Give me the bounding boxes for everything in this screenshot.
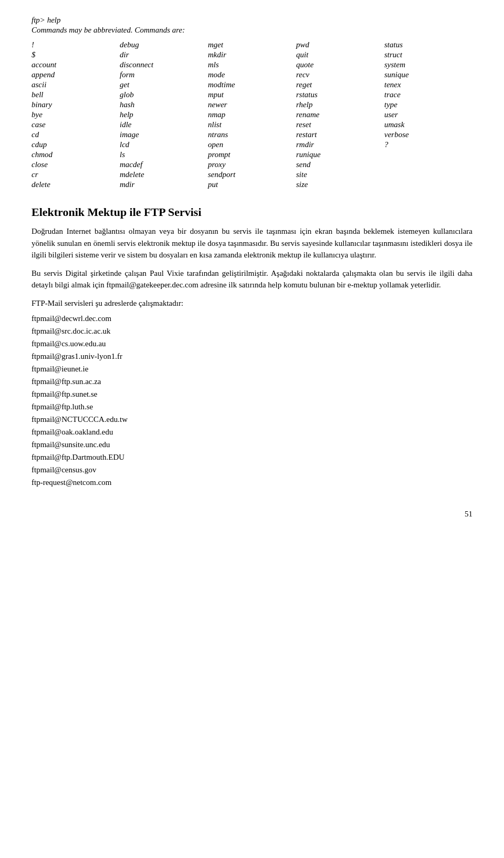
command-cell: struct — [384, 50, 472, 60]
command-cell: send — [296, 160, 384, 170]
command-cell: ? — [384, 140, 472, 150]
command-cell — [384, 160, 472, 170]
page-number: 51 — [32, 510, 472, 519]
command-cell: runique — [296, 150, 384, 160]
command-cell: case — [32, 120, 120, 130]
command-cell: recv — [296, 70, 384, 80]
command-cell: umask — [384, 120, 472, 130]
command-cell: status — [384, 40, 472, 50]
command-cell: mls — [208, 60, 296, 70]
email-address: ftpmail@decwrl.dec.com — [32, 312, 472, 325]
command-cell: sendport — [208, 170, 296, 180]
command-cell: get — [120, 80, 208, 90]
command-cell: ascii — [32, 80, 120, 90]
command-cell: pwd — [296, 40, 384, 50]
email-list: ftpmail@decwrl.dec.comftpmail@src.doc.ic… — [32, 312, 472, 489]
table-row: cduplcdopenrmdir? — [32, 140, 472, 150]
command-cell: quit — [296, 50, 384, 60]
command-cell: bell — [32, 90, 120, 100]
email-address: ftp-request@netcom.com — [32, 476, 472, 489]
command-cell: account — [32, 60, 120, 70]
command-cell: nlist — [208, 120, 296, 130]
table-row: asciigetmodtimeregettenex — [32, 80, 472, 90]
command-cell: ls — [120, 150, 208, 160]
command-cell: prompt — [208, 150, 296, 160]
command-cell: cd — [32, 130, 120, 140]
command-cell: dir — [120, 50, 208, 60]
command-cell: binary — [32, 100, 120, 110]
email-address: ftpmail@census.gov — [32, 463, 472, 476]
ftp-mail-services-label: FTP-Mail servisleri şu adreslerde çalışm… — [32, 297, 472, 309]
command-cell: disconnect — [120, 60, 208, 70]
email-address: ftpmail@ftp.sunet.se — [32, 388, 472, 400]
command-cell: modtime — [208, 80, 296, 90]
table-row: chmodlspromptrunique — [32, 150, 472, 160]
command-cell: mode — [208, 70, 296, 80]
command-cell: image — [120, 130, 208, 140]
page-content: ftp> help Commands may be abbreviated. C… — [32, 16, 472, 519]
command-cell: hash — [120, 100, 208, 110]
email-address: ftpmail@cs.uow.edu.au — [32, 337, 472, 350]
email-address: ftpmail@src.doc.ic.ac.uk — [32, 325, 472, 337]
command-cell: lcd — [120, 140, 208, 150]
table-row: appendformmoderecvsunique — [32, 70, 472, 80]
section-title: Elektronik Mektup ile FTP Servisi — [32, 205, 472, 219]
command-cell: open — [208, 140, 296, 150]
command-cell: size — [296, 180, 384, 190]
command-cell: help — [120, 110, 208, 120]
table-row: deletemdirputsize — [32, 180, 472, 190]
command-cell: user — [384, 110, 472, 120]
command-cell: rename — [296, 110, 384, 120]
command-cell: trace — [384, 90, 472, 100]
command-cell: idle — [120, 120, 208, 130]
command-cell: newer — [208, 100, 296, 110]
command-cell: mkdir — [208, 50, 296, 60]
table-row: $dirmkdirquitstruct — [32, 50, 472, 60]
table-row: closemacdefproxysend — [32, 160, 472, 170]
command-cell: glob — [120, 90, 208, 100]
email-address: ftpmail@ieunet.ie — [32, 363, 472, 375]
command-cell: mdir — [120, 180, 208, 190]
command-cell: nmap — [208, 110, 296, 120]
commands-intro: Commands may be abbreviated. Commands ar… — [32, 26, 472, 35]
table-row: crmdeletesendportsite — [32, 170, 472, 180]
command-cell: rmdir — [296, 140, 384, 150]
table-row: byehelpnmaprenameuser — [32, 110, 472, 120]
command-cell: delete — [32, 180, 120, 190]
command-cell: macdef — [120, 160, 208, 170]
command-cell — [384, 180, 472, 190]
command-cell: close — [32, 160, 120, 170]
command-cell — [384, 170, 472, 180]
command-cell: tenex — [384, 80, 472, 90]
command-cell — [384, 150, 472, 160]
email-address: ftpmail@oak.oakland.edu — [32, 426, 472, 438]
command-cell: debug — [120, 40, 208, 50]
command-cell: cdup — [32, 140, 120, 150]
command-cell: type — [384, 100, 472, 110]
command-cell: put — [208, 180, 296, 190]
command-cell: sunique — [384, 70, 472, 80]
paragraph2: Bu servis Digital şirketinde çalışan Pau… — [32, 267, 472, 291]
command-cell: site — [296, 170, 384, 180]
command-cell: mdelete — [120, 170, 208, 180]
command-cell: reset — [296, 120, 384, 130]
table-row: !debugmgetpwdstatus — [32, 40, 472, 50]
commands-table: !debugmgetpwdstatus$dirmkdirquitstructac… — [32, 40, 472, 190]
command-cell: system — [384, 60, 472, 70]
table-row: cdimagentransrestartverbose — [32, 130, 472, 140]
command-cell: cr — [32, 170, 120, 180]
table-row: caseidlenlistresetumask — [32, 120, 472, 130]
paragraph1: Doğrudan Internet bağlantısı olmayan vey… — [32, 225, 472, 261]
command-cell: $ — [32, 50, 120, 60]
command-cell: rstatus — [296, 90, 384, 100]
command-cell: bye — [32, 110, 120, 120]
command-cell: quote — [296, 60, 384, 70]
command-cell: verbose — [384, 130, 472, 140]
email-address: ftpmail@ftp.luth.se — [32, 400, 472, 413]
command-cell: ntrans — [208, 130, 296, 140]
command-cell: restart — [296, 130, 384, 140]
command-cell: form — [120, 70, 208, 80]
email-address: ftpmail@ftp.Dartmouth.EDU — [32, 451, 472, 463]
command-cell: rhelp — [296, 100, 384, 110]
email-address: ftpmail@NCTUCCCA.edu.tw — [32, 413, 472, 426]
